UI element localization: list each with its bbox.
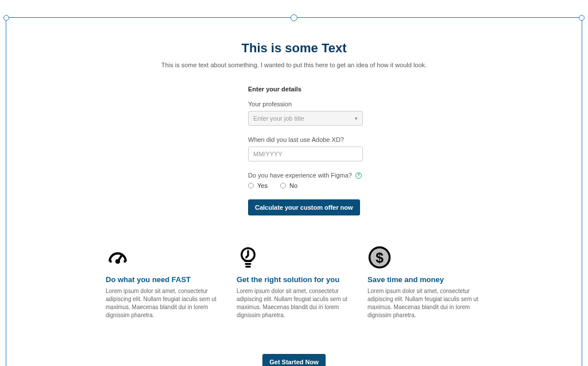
- lightbulb-icon: [237, 244, 351, 269]
- feature-fast-body: Lorem ipsum dolor sit amet, consectetur …: [106, 287, 220, 319]
- profession-label: Your profession: [248, 101, 369, 107]
- get-started-button[interactable]: Get Started Now: [262, 354, 326, 366]
- svg-point-1: [117, 260, 119, 263]
- selection-handle-top-center[interactable]: [291, 14, 297, 21]
- design-artboard-frame: This is some Text This is some text abou…: [6, 17, 582, 366]
- feature-solution-body: Lorem ipsum dolor sit amet, consectetur …: [237, 287, 351, 319]
- info-icon[interactable]: ?: [355, 172, 362, 179]
- feature-save-title: Save time and money: [368, 275, 482, 284]
- page-content: This is some Text This is some text abou…: [6, 18, 582, 366]
- details-form: Enter your details Your profession Enter…: [179, 86, 409, 215]
- form-heading: Enter your details: [248, 86, 369, 93]
- feature-save-body: Lorem ipsum dolor sit amet, consectetur …: [368, 287, 482, 319]
- radio-icon: [248, 183, 254, 188]
- feature-solution-title: Get the right solution for you: [237, 275, 351, 284]
- profession-placeholder: Enter your job title: [253, 115, 304, 122]
- radio-icon: [280, 183, 286, 188]
- page-subtitle: This is some text about something. I wan…: [6, 61, 582, 68]
- features-row: Do what you need FAST Lorem ipsum dolor …: [6, 244, 582, 337]
- figma-radio-no[interactable]: No: [280, 182, 297, 189]
- radio-yes-label: Yes: [257, 182, 268, 189]
- selection-handle-top-right[interactable]: [579, 15, 585, 21]
- speedometer-icon: [106, 244, 220, 269]
- figma-label: Do you have experience with Figma?: [248, 172, 352, 179]
- radio-no-label: No: [289, 182, 297, 189]
- profession-select[interactable]: Enter your job title ▾: [248, 111, 363, 126]
- feature-save: $ Save time and money Lorem ipsum dolor …: [368, 244, 482, 319]
- last-used-field[interactable]: [253, 151, 358, 157]
- figma-radio-yes[interactable]: Yes: [248, 182, 268, 189]
- feature-fast: Do what you need FAST Lorem ipsum dolor …: [106, 244, 220, 319]
- last-used-label: When did you last use Adobe XD?: [248, 136, 369, 143]
- page-title: This is some Text: [6, 41, 582, 56]
- selection-handle-top-left[interactable]: [3, 15, 9, 21]
- last-used-input[interactable]: [248, 147, 363, 161]
- figma-label-row: Do you have experience with Figma? ?: [248, 172, 369, 179]
- chevron-down-icon: ▾: [355, 115, 358, 121]
- svg-text:$: $: [376, 250, 384, 265]
- calculate-offer-button[interactable]: Calculate your custom offer now: [248, 199, 360, 215]
- feature-solution: Get the right solution for you Lorem ips…: [237, 244, 351, 319]
- dollar-coin-icon: $: [368, 244, 482, 269]
- cta-row: Get Started Now: [6, 354, 582, 366]
- feature-fast-title: Do what you need FAST: [106, 275, 220, 284]
- figma-radio-group: Yes No: [248, 182, 369, 189]
